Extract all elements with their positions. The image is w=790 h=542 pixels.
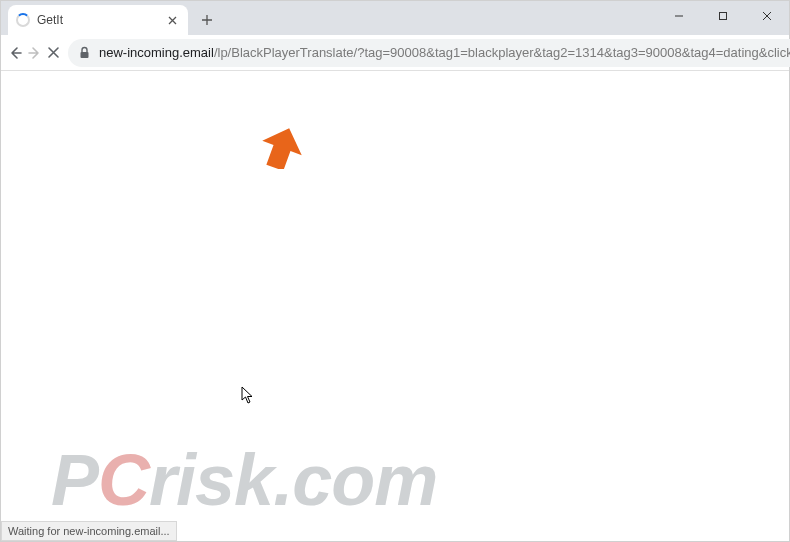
status-text: Waiting for new-incoming.email... — [8, 525, 170, 537]
browser-tab[interactable]: GetIt — [8, 5, 188, 35]
url-domain: new-incoming.email — [99, 45, 214, 60]
tab-title: GetIt — [37, 13, 157, 27]
plus-icon — [201, 14, 213, 26]
watermark: PCrisk.com — [51, 439, 437, 521]
titlebar: GetIt — [1, 1, 789, 35]
svg-rect-0 — [720, 13, 727, 20]
close-tab-button[interactable] — [164, 12, 180, 28]
close-window-button[interactable] — [745, 1, 789, 31]
maximize-button[interactable] — [701, 1, 745, 31]
back-button[interactable] — [7, 39, 23, 67]
close-icon — [168, 16, 177, 25]
minimize-button[interactable] — [657, 1, 701, 31]
annotation-arrow-icon — [261, 127, 303, 169]
stop-icon — [47, 46, 60, 59]
browser-window: GetIt — [0, 0, 790, 542]
stop-button[interactable] — [47, 39, 60, 67]
new-tab-button[interactable] — [194, 7, 220, 33]
toolbar: new-incoming.email/lp/BlackPlayerTransla… — [1, 35, 789, 71]
svg-rect-1 — [81, 52, 89, 58]
watermark-rest: risk.com — [149, 440, 437, 520]
minimize-icon — [674, 11, 684, 21]
page-content: PCrisk.com Waiting for new-incoming.emai… — [1, 71, 789, 541]
loading-spinner-icon — [16, 13, 30, 27]
mouse-cursor-icon — [241, 386, 255, 404]
url-path: /lp/BlackPlayerTranslate/?tag=90008&tag1… — [214, 45, 790, 60]
address-bar[interactable]: new-incoming.email/lp/BlackPlayerTransla… — [68, 39, 790, 67]
watermark-c: C — [98, 440, 149, 520]
lock-icon — [78, 46, 91, 59]
window-controls — [657, 1, 789, 31]
url-text: new-incoming.email/lp/BlackPlayerTransla… — [99, 45, 790, 60]
forward-button[interactable] — [27, 39, 43, 67]
status-bar: Waiting for new-incoming.email... — [1, 521, 177, 541]
back-arrow-icon — [7, 45, 23, 61]
close-icon — [762, 11, 772, 21]
forward-arrow-icon — [27, 45, 43, 61]
watermark-p: P — [51, 440, 98, 520]
maximize-icon — [718, 11, 728, 21]
